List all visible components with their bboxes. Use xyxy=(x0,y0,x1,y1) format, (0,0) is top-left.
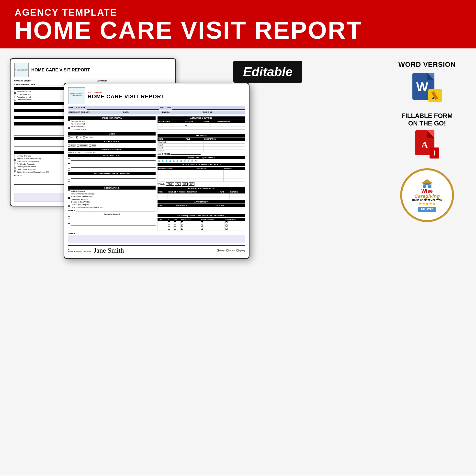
fillable-label: FILLABLE FORMON THE GO! xyxy=(401,112,453,127)
house-icon xyxy=(421,179,433,188)
brand-logo: Wise Caregiving HOME CARE TEMPLATES ★★★★… xyxy=(400,168,454,222)
brand-circle: Wise Caregiving HOME CARE TEMPLATES ★★★★… xyxy=(400,168,454,222)
word-version-label: WORD VERSION xyxy=(398,61,456,68)
front-doc-logo: ENTER COMPANY LOGO/PHOTO ☞ xyxy=(68,87,85,104)
back-doc-title: HOME CARE VISIT REPORT xyxy=(31,68,90,73)
editable-badge: Editable xyxy=(233,61,302,83)
word-icon: W xyxy=(410,70,444,105)
caregiver-label: CAREGIVER ON DUTY: xyxy=(14,84,36,85)
trusted-badge: TRUSTED xyxy=(418,207,436,212)
location-label: LOCATION: xyxy=(97,80,107,82)
right-sidebar: WORD VERSION W FILLABLE FORMON THE GO! xyxy=(388,58,466,466)
top-banner: AGENCY TEMPLATE HOME CARE VISIT REPORT xyxy=(0,0,476,49)
front-document: ENTER COMPANY LOGO/PHOTO ☞ ADD LOGO HERE… xyxy=(64,83,250,259)
svg-text:}: } xyxy=(433,149,436,156)
pdf-icon-area: FILLABLE FORMON THE GO! A } xyxy=(401,112,453,161)
banner-title: HOME CARE VISIT REPORT xyxy=(15,18,461,42)
back-doc-logo: ENTER COMPANY LOGO/PHOTO xyxy=(14,63,29,77)
documents-area: Editable ENTER COMPANY LOGO/PHOTO HOME C… xyxy=(10,58,381,466)
main-content: Editable ENTER COMPANY LOGO/PHOTO HOME C… xyxy=(0,49,476,476)
svg-rect-16 xyxy=(426,185,428,188)
stars: ★★★★★ xyxy=(419,201,436,206)
word-version-area: WORD VERSION W xyxy=(398,61,456,105)
pdf-icon: A } xyxy=(414,129,441,161)
brand-name: Wise xyxy=(422,188,433,193)
svg-marker-14 xyxy=(422,179,433,183)
client-label: NAME OF CLIENT: xyxy=(14,80,31,82)
svg-text:W: W xyxy=(416,80,428,94)
svg-text:A: A xyxy=(421,139,428,151)
front-doc-title: HOME CARE VISIT REPORT xyxy=(87,93,165,100)
brand-name-2: Caregiving xyxy=(414,193,440,199)
signature-name: Jane Smith xyxy=(94,247,214,255)
brand-sub: HOME CARE TEMPLATES xyxy=(412,199,442,201)
add-logo-text: ADD LOGO HERE xyxy=(87,92,165,93)
